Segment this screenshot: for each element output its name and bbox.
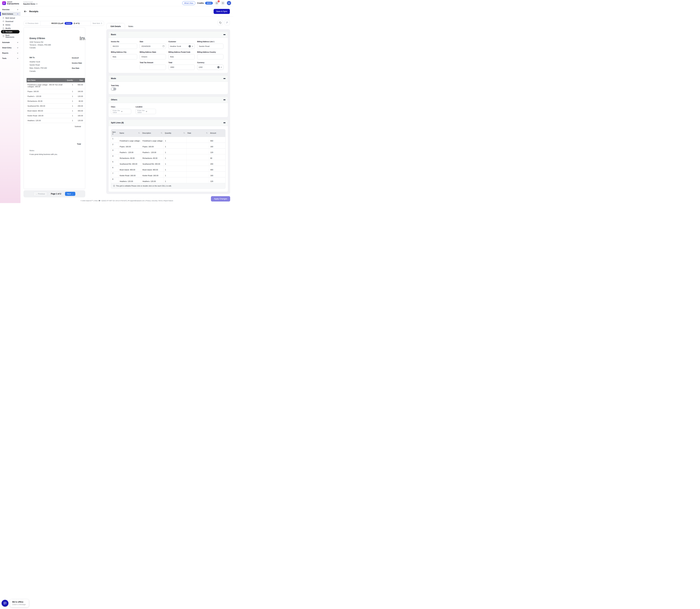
sidebar-item-modify[interactable]: Modify	[1, 27, 20, 30]
cell-rate[interactable]	[186, 149, 209, 154]
sidebar-item-reports[interactable]: Reports	[1, 51, 20, 55]
cell-description[interactable]: Freedman's Large cottage - 35	[141, 137, 164, 142]
collapse-split-lines-button[interactable]	[223, 122, 226, 123]
cell-rate[interactable]	[186, 154, 209, 160]
billing-line1-input[interactable]	[197, 44, 223, 49]
col-quantity[interactable]: Quantity	[164, 129, 186, 137]
cell-quantity[interactable]: 1	[164, 177, 186, 183]
billing-country-input[interactable]	[197, 54, 223, 59]
cell-amount[interactable]: 200	[209, 160, 226, 166]
pdf-next-page-button[interactable]: Next →	[65, 192, 75, 196]
notifications-button[interactable]: 0	[215, 1, 219, 5]
cell-item-num[interactable]: 5	[111, 160, 118, 166]
cell-item-num[interactable]: 1	[111, 137, 118, 142]
billing-postal-input[interactable]	[168, 54, 195, 59]
cell-name[interactable]: Richardsons- 80.00	[118, 154, 141, 160]
collapse-mode-button[interactable]	[223, 78, 226, 79]
cell-rate[interactable]	[186, 143, 209, 149]
cell-item-num[interactable]: 6	[111, 166, 118, 172]
apply-changes-button[interactable]: Apply Changes	[211, 196, 230, 202]
col-rate[interactable]: Rate	[186, 129, 209, 137]
cell-rate[interactable]	[186, 172, 209, 177]
total-tax-input[interactable]	[140, 65, 166, 70]
cell-name[interactable]: Popes- 160.00	[118, 143, 141, 149]
invoice-no-input[interactable]	[111, 44, 137, 49]
cell-item-num[interactable]: 7	[111, 172, 118, 177]
cell-quantity[interactable]: 1	[164, 154, 186, 160]
class-dropdown[interactable]: Enter the value	[111, 109, 131, 114]
cell-name[interactable]: Brant Island- 400.00	[118, 166, 141, 172]
cell-rate[interactable]	[186, 137, 209, 142]
billing-city-input[interactable]	[111, 54, 137, 59]
cell-item-num[interactable]: 3	[111, 149, 118, 154]
collapse-basic-button[interactable]	[223, 34, 226, 35]
cell-quantity[interactable]: 1	[164, 166, 186, 172]
customer-select[interactable]: Heather Scott ✕	[168, 44, 195, 49]
whats-new-button[interactable]: What's New	[182, 1, 195, 5]
back-button[interactable]	[24, 10, 27, 13]
sidebar-item-bank-statements[interactable]: Bank Statements	[1, 33, 20, 39]
cell-description[interactable]: Keeler Road- 160.00	[141, 172, 164, 177]
col-description[interactable]: Description	[141, 129, 164, 137]
total-only-toggle[interactable]	[111, 88, 116, 90]
cell-rate[interactable]	[186, 166, 209, 172]
cell-description[interactable]: Popes- 160.00	[141, 143, 164, 149]
calendar-icon[interactable]	[162, 45, 164, 47]
save-sync-button[interactable]: Save & Sync	[214, 9, 230, 14]
pdf-preview[interactable]: Invoice Emmy O'Brien 1042 Torrance Rd To…	[23, 27, 85, 189]
sidebar-item-automate[interactable]: Automate	[1, 40, 20, 45]
clear-currency-icon[interactable]: ✕	[217, 66, 219, 68]
cell-rate[interactable]	[186, 160, 209, 166]
cell-amount[interactable]: 400	[209, 166, 226, 172]
cell-amount[interactable]: 160	[209, 172, 226, 177]
sidebar-item-smart-entry[interactable]: Smart Entry	[1, 46, 20, 50]
collapse-others-button[interactable]	[223, 100, 226, 100]
sidebar-item-delete[interactable]: Delete	[1, 23, 20, 27]
col-name[interactable]: Name	[118, 129, 141, 137]
cell-name[interactable]: Keeler Road- 160.00	[118, 172, 141, 177]
cell-amount[interactable]: 80	[209, 154, 226, 160]
account-switcher[interactable]: Current Account SaasAnt Demo	[23, 1, 37, 5]
cell-description[interactable]: Heathers- 120.00	[141, 177, 164, 183]
cell-quantity[interactable]: 1	[164, 149, 186, 154]
cell-amount[interactable]: 120	[209, 149, 226, 154]
cell-quantity[interactable]: 1	[164, 143, 186, 149]
flag-button[interactable]	[225, 20, 230, 25]
search-icon[interactable]	[206, 132, 208, 134]
cell-item-num[interactable]: 2	[111, 143, 118, 149]
cell-description[interactable]: Pauline's - 120.00	[141, 149, 164, 154]
search-icon[interactable]	[138, 132, 140, 134]
cell-quantity[interactable]: 1	[164, 137, 186, 142]
col-amount[interactable]: Amount	[209, 129, 226, 137]
previous-item-button[interactable]: Previous item	[24, 21, 40, 25]
date-input[interactable]	[140, 44, 166, 49]
sidebar-item-batch-actions[interactable]: Batch Actions	[0, 12, 20, 16]
settings-button[interactable]	[221, 1, 225, 5]
cell-name[interactable]: Southwood Rd- 200.00	[118, 160, 141, 166]
sidebar-item-bulk-upload[interactable]: Bulk Upload	[1, 16, 20, 20]
total-input[interactable]	[168, 65, 195, 70]
sidebar-item-download[interactable]: Download	[1, 20, 20, 23]
user-avatar[interactable]: M	[227, 1, 231, 5]
cell-item-num[interactable]: 8	[111, 177, 118, 183]
sidebar-item-receipts[interactable]: Receipts	[1, 30, 20, 33]
clear-customer-icon[interactable]: ✕	[189, 45, 191, 47]
sidebar-item-tools[interactable]: Tools	[1, 56, 20, 60]
cell-amount[interactable]: 650	[209, 137, 226, 142]
cell-description[interactable]: Richardsons- 80.00	[141, 154, 164, 160]
cell-description[interactable]: Southwood Rd- 200.00	[141, 160, 164, 166]
pdf-previous-page-button[interactable]: ← Previous	[33, 192, 47, 196]
location-dropdown[interactable]: Enter the value	[136, 109, 156, 114]
tag-button[interactable]	[218, 20, 223, 25]
cell-amount[interactable]: 160	[209, 143, 226, 149]
cell-name[interactable]: Heathers- 120.00	[118, 177, 141, 183]
cell-name[interactable]: Freedman's Large cottage - 35	[118, 137, 141, 142]
tab-notes[interactable]: Notes	[125, 23, 137, 29]
cell-description[interactable]: Brant Island- 400.00	[141, 166, 164, 172]
tab-edit-details[interactable]: Edit Details	[107, 23, 125, 29]
cell-item-num[interactable]: 4	[111, 154, 118, 160]
search-icon[interactable]	[161, 132, 162, 134]
search-icon[interactable]	[183, 132, 185, 134]
billing-state-input[interactable]	[140, 54, 166, 59]
next-item-button[interactable]: Next item	[91, 21, 104, 25]
